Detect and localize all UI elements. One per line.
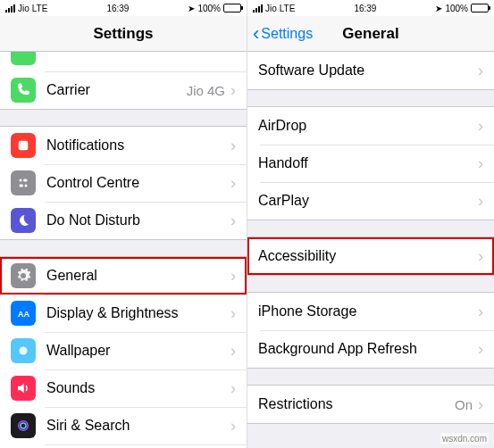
- row-value: On: [455, 397, 473, 412]
- chevron-left-icon: ‹: [253, 24, 259, 44]
- row-label: Display & Brightness: [46, 305, 230, 321]
- row-label: Wallpaper: [46, 343, 230, 359]
- battery-icon: [223, 4, 241, 12]
- row-label: Siri & Search: [46, 418, 230, 434]
- settings-list[interactable]: Carrier Jio 4G › Notifications › Control…: [0, 52, 247, 448]
- page-title: Settings: [93, 25, 153, 43]
- row-carplay[interactable]: CarPlay ›: [247, 182, 494, 220]
- row-sounds[interactable]: Sounds ›: [0, 369, 247, 407]
- row-value: Jio 4G: [187, 83, 225, 98]
- chevron-icon: ›: [478, 395, 483, 414]
- chevron-icon: ›: [478, 247, 483, 266]
- controlcentre-icon: [11, 170, 36, 195]
- row-label: AirDrop: [258, 118, 478, 134]
- back-label: Settings: [261, 26, 313, 42]
- row-touchid-passcode[interactable]: Touch ID & Passcode ›: [0, 444, 247, 448]
- general-list[interactable]: Software Update › AirDrop › Handoff › Ca…: [247, 52, 494, 448]
- row-restrictions[interactable]: Restrictions On ›: [247, 386, 494, 423]
- row-label: Background App Refresh: [258, 341, 478, 357]
- row-label: Do Not Disturb: [46, 212, 230, 228]
- watermark: wsxdn.com: [440, 433, 489, 444]
- row-label: Accessibility: [258, 248, 478, 264]
- row-handoff[interactable]: Handoff ›: [247, 145, 494, 182]
- row-label: Software Update: [258, 62, 478, 79]
- chevron-icon: ›: [230, 304, 236, 323]
- network-type: LTE: [280, 4, 296, 13]
- row-accessibility[interactable]: Accessibility ›: [247, 237, 494, 275]
- chevron-icon: ›: [230, 342, 236, 361]
- nav-bar: ‹ Settings General: [247, 16, 494, 52]
- svg-point-1: [20, 179, 22, 182]
- carrier-name: Jio: [265, 4, 277, 13]
- row-wallpaper[interactable]: Wallpaper ›: [0, 332, 247, 369]
- row-label: Restrictions: [258, 396, 455, 412]
- general-screen: Jio LTE 16:39 ➤ 100% ‹ Settings General …: [247, 0, 494, 448]
- gear-icon: [11, 263, 36, 288]
- signal-icon: [5, 4, 15, 12]
- dnd-icon: [11, 208, 36, 233]
- svg-rect-0: [19, 141, 29, 151]
- chevron-icon: ›: [230, 417, 236, 436]
- chevron-icon: ›: [478, 303, 483, 321]
- chevron-icon: ›: [230, 379, 236, 398]
- display-icon: AA: [11, 301, 36, 326]
- page-title: General: [342, 25, 398, 43]
- row-display-brightness[interactable]: AA Display & Brightness ›: [0, 295, 247, 332]
- row-label: CarPlay: [258, 193, 478, 209]
- network-type: LTE: [32, 4, 48, 13]
- notifications-icon: [11, 133, 36, 158]
- row-label: Sounds: [46, 380, 230, 396]
- chevron-icon: ›: [478, 62, 483, 80]
- settings-screen: Jio LTE 16:39 ➤ 100% Settings Carrier Ji…: [0, 0, 247, 448]
- row-label: iPhone Storage: [258, 303, 478, 319]
- status-bar: Jio LTE 16:39 ➤ 100%: [247, 0, 494, 16]
- row-label: Handoff: [258, 155, 478, 171]
- svg-rect-3: [20, 185, 24, 187]
- wallpaper-icon: [11, 338, 36, 363]
- svg-point-8: [21, 423, 26, 428]
- clock: 16:39: [354, 4, 376, 13]
- svg-point-6: [20, 347, 28, 355]
- row-background-app-refresh[interactable]: Background App Refresh ›: [247, 330, 494, 368]
- nav-bar: Settings: [0, 16, 247, 52]
- battery-percent: 100%: [445, 4, 468, 13]
- row-siri-search[interactable]: Siri & Search ›: [0, 407, 247, 444]
- chevron-icon: ›: [230, 81, 236, 100]
- chevron-icon: ›: [230, 267, 236, 286]
- chevron-icon: ›: [478, 340, 483, 359]
- chevron-icon: ›: [478, 192, 483, 211]
- battery-icon: [471, 4, 489, 12]
- chevron-icon: ›: [478, 117, 483, 136]
- status-bar: Jio LTE 16:39 ➤ 100%: [0, 0, 247, 16]
- phone-icon: [11, 78, 36, 103]
- row-label: Carrier: [46, 82, 187, 98]
- row-partial[interactable]: [0, 52, 247, 71]
- sounds-icon: [11, 376, 36, 401]
- svg-rect-2: [23, 179, 28, 182]
- row-control-centre[interactable]: Control Centre ›: [0, 164, 247, 202]
- chevron-icon: ›: [230, 212, 236, 230]
- chevron-icon: ›: [230, 174, 236, 193]
- location-icon: ➤: [435, 4, 442, 13]
- battery-percent: 100%: [197, 4, 221, 13]
- carrier-name: Jio: [18, 4, 29, 13]
- signal-icon: [253, 4, 263, 12]
- siri-icon: [11, 413, 36, 438]
- phone-icon: [11, 52, 36, 65]
- svg-point-4: [25, 185, 28, 187]
- row-do-not-disturb[interactable]: Do Not Disturb ›: [0, 202, 247, 239]
- row-notifications[interactable]: Notifications ›: [0, 127, 247, 164]
- chevron-icon: ›: [478, 154, 483, 173]
- clock: 16:39: [106, 4, 129, 13]
- row-label: Control Centre: [46, 175, 230, 191]
- row-airdrop[interactable]: AirDrop ›: [247, 107, 494, 145]
- row-iphone-storage[interactable]: iPhone Storage ›: [247, 293, 494, 330]
- chevron-icon: ›: [230, 137, 236, 155]
- svg-text:AA: AA: [18, 310, 29, 319]
- row-general[interactable]: General ›: [0, 257, 247, 295]
- row-software-update[interactable]: Software Update ›: [247, 52, 494, 89]
- row-label: General: [46, 268, 230, 284]
- row-carrier[interactable]: Carrier Jio 4G ›: [0, 71, 247, 109]
- back-button[interactable]: ‹ Settings: [253, 24, 313, 44]
- row-label: Notifications: [46, 137, 230, 153]
